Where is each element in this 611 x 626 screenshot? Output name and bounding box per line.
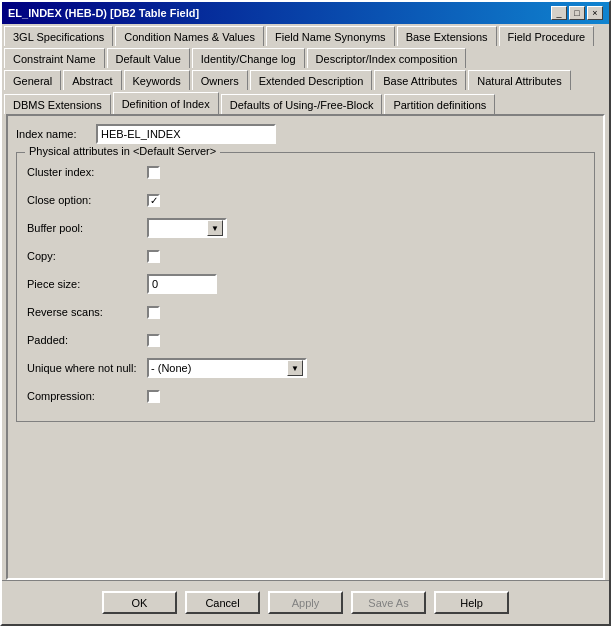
copy-label: Copy:: [27, 250, 147, 262]
minimize-button[interactable]: _: [551, 6, 567, 20]
window-title: EL_INDEX (HEB-D) [DB2 Table Field]: [8, 7, 199, 19]
reverse-scans-row: Reverse scans:: [27, 301, 584, 323]
tab-keywords[interactable]: Keywords: [124, 70, 190, 90]
cluster-index-row: Cluster index:: [27, 161, 584, 183]
padded-label: Padded:: [27, 334, 147, 346]
cluster-index-checkbox[interactable]: [147, 166, 160, 179]
tab-abstract[interactable]: Abstract: [63, 70, 121, 90]
unique-where-not-null-label: Unique where not null:: [27, 362, 147, 374]
tab-row-1: 3GL Specifications Condition Names & Val…: [2, 26, 609, 46]
unique-where-not-null-dropdown[interactable]: - (None) ▼: [147, 358, 307, 378]
piece-size-row: Piece size:: [27, 273, 584, 295]
tab-3gl-specifications[interactable]: 3GL Specifications: [4, 26, 113, 46]
index-name-label: Index name:: [16, 128, 96, 140]
group-box-legend: Physical attributes in <Default Server>: [25, 145, 220, 157]
close-button[interactable]: ×: [587, 6, 603, 20]
physical-attributes-group: Physical attributes in <Default Server> …: [16, 152, 595, 422]
index-name-row: Index name:: [16, 124, 595, 144]
content-area: Index name: Physical attributes in <Defa…: [6, 114, 605, 580]
tab-dbms-extensions[interactable]: DBMS Extensions: [4, 94, 111, 114]
buffer-pool-dropdown[interactable]: ▼: [147, 218, 227, 238]
copy-checkbox[interactable]: [147, 250, 160, 263]
tab-row-2: Constraint Name Default Value Identity/C…: [2, 48, 609, 68]
compression-row: Compression:: [27, 385, 584, 407]
title-bar-buttons: _ □ ×: [551, 6, 603, 20]
tab-identity-change-log[interactable]: Identity/Change log: [192, 48, 305, 68]
tab-natural-attributes[interactable]: Natural Attributes: [468, 70, 570, 90]
tab-base-extensions[interactable]: Base Extensions: [397, 26, 497, 46]
compression-checkbox[interactable]: [147, 390, 160, 403]
tab-partition-definitions[interactable]: Partition definitions: [384, 94, 495, 114]
tab-owners[interactable]: Owners: [192, 70, 248, 90]
cancel-button[interactable]: Cancel: [185, 591, 260, 614]
tab-defaults-using-free-block[interactable]: Defaults of Using-/Free-Block: [221, 94, 383, 114]
apply-button[interactable]: Apply: [268, 591, 343, 614]
tab-constraint-name[interactable]: Constraint Name: [4, 48, 105, 68]
tab-definition-of-index[interactable]: Definition of Index: [113, 92, 219, 114]
save-as-button[interactable]: Save As: [351, 591, 426, 614]
buffer-pool-arrow: ▼: [207, 220, 223, 236]
tab-field-name-synonyms[interactable]: Field Name Synonyms: [266, 26, 395, 46]
unique-where-not-null-value: - (None): [151, 362, 287, 374]
tab-base-attributes[interactable]: Base Attributes: [374, 70, 466, 90]
tab-row-3: General Abstract Keywords Owners Extende…: [2, 70, 609, 90]
compression-label: Compression:: [27, 390, 147, 402]
buffer-pool-row: Buffer pool: ▼: [27, 217, 584, 239]
piece-size-label: Piece size:: [27, 278, 147, 290]
bottom-bar: OK Cancel Apply Save As Help: [2, 580, 609, 624]
padded-checkbox[interactable]: [147, 334, 160, 347]
copy-row: Copy:: [27, 245, 584, 267]
main-window: EL_INDEX (HEB-D) [DB2 Table Field] _ □ ×…: [0, 0, 611, 626]
title-bar: EL_INDEX (HEB-D) [DB2 Table Field] _ □ ×: [2, 2, 609, 24]
close-option-checkbox[interactable]: [147, 194, 160, 207]
index-name-input[interactable]: [96, 124, 276, 144]
unique-where-not-null-arrow: ▼: [287, 360, 303, 376]
tab-field-procedure[interactable]: Field Procedure: [499, 26, 595, 46]
buffer-pool-label: Buffer pool:: [27, 222, 147, 234]
tab-condition-names[interactable]: Condition Names & Values: [115, 26, 264, 46]
reverse-scans-checkbox[interactable]: [147, 306, 160, 319]
unique-where-not-null-row: Unique where not null: - (None) ▼: [27, 357, 584, 379]
ok-button[interactable]: OK: [102, 591, 177, 614]
tab-general[interactable]: General: [4, 70, 61, 90]
piece-size-input[interactable]: [147, 274, 217, 294]
close-option-row: Close option:: [27, 189, 584, 211]
tab-extended-description[interactable]: Extended Description: [250, 70, 373, 90]
help-button[interactable]: Help: [434, 591, 509, 614]
maximize-button[interactable]: □: [569, 6, 585, 20]
padded-row: Padded:: [27, 329, 584, 351]
close-option-label: Close option:: [27, 194, 147, 206]
tab-row-4: DBMS Extensions Definition of Index Defa…: [2, 92, 609, 114]
tab-default-value[interactable]: Default Value: [107, 48, 190, 68]
cluster-index-label: Cluster index:: [27, 166, 147, 178]
reverse-scans-label: Reverse scans:: [27, 306, 147, 318]
tab-descriptor-index[interactable]: Descriptor/Index composition: [307, 48, 467, 68]
